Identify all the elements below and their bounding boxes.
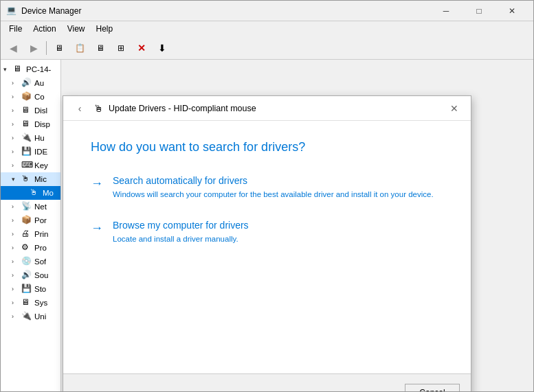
device-manager-window: 💻 Device Manager ─ □ ✕ File Action View … — [0, 0, 534, 392]
au-expand-icon: › — [12, 80, 21, 87]
menu-help[interactable]: Help — [91, 23, 119, 35]
sof-expand-icon: › — [12, 258, 21, 265]
tree-item-co[interactable]: › 📦 Co — [1, 90, 60, 104]
dialog-close-button[interactable]: ✕ — [446, 100, 463, 117]
sou-expand-icon: › — [12, 272, 21, 279]
menu-view[interactable]: View — [62, 23, 91, 35]
prin-icon: 🖨 — [21, 229, 32, 240]
device-tree-sidebar[interactable]: ▾ 🖥 PC-14- › 🔊 Au › 📦 Co › 🖥 Disl › — [1, 60, 61, 391]
toolbar-forward-button[interactable]: ▶ — [24, 39, 43, 57]
search-auto-content: Search automatically for drivers Windows… — [113, 175, 434, 200]
net-label: Net — [34, 203, 47, 211]
cancel-button[interactable]: Cancel — [405, 384, 460, 392]
disp-expand-icon: › — [12, 121, 21, 128]
pro-expand-icon: › — [12, 244, 21, 251]
tree-item-mo[interactable]: 🖱 Mo — [1, 186, 60, 200]
tree-item-sto[interactable]: › 💾 Sto — [1, 282, 60, 296]
browse-computer-option[interactable]: → Browse my computer for drivers Locate … — [91, 220, 443, 245]
mo-label: Mo — [43, 189, 54, 197]
title-bar-left: 💻 Device Manager — [6, 5, 81, 16]
maximize-button[interactable]: □ — [463, 4, 495, 18]
window-controls: ─ □ ✕ — [430, 4, 528, 18]
audio-icon: 🔊 — [21, 78, 32, 89]
toolbar-back-button[interactable]: ◀ — [3, 39, 23, 57]
tree-item-net[interactable]: › 📡 Net — [1, 200, 60, 214]
uni-label: Uni — [34, 312, 46, 321]
tree-item-ide[interactable]: › 💾 IDE — [1, 145, 60, 159]
co-label: Co — [34, 93, 45, 101]
toolbar-install-button[interactable]: ⬇ — [153, 39, 172, 57]
tree-item-disl[interactable]: › 🖥 Disl — [1, 104, 60, 117]
sof-label: Sof — [34, 257, 46, 266]
dialog-title-icon: 🖱 — [93, 103, 103, 114]
ide-label: IDE — [34, 148, 47, 156]
tree-item-prin[interactable]: › 🖨 Prin — [1, 227, 60, 241]
uni-icon: 🔌 — [21, 311, 32, 322]
por-label: Por — [34, 216, 47, 224]
tree-item-mic[interactable]: ▾ 🖱 Mic — [1, 172, 60, 186]
prin-expand-icon: › — [12, 231, 21, 238]
disl-expand-icon: › — [12, 107, 21, 114]
pro-icon: ⚙ — [21, 242, 32, 253]
browse-arrow-icon: → — [91, 221, 103, 235]
por-icon: 📦 — [21, 215, 32, 226]
prin-label: Prin — [34, 230, 48, 238]
sys-label: Sys — [34, 299, 47, 307]
search-automatically-option[interactable]: → Search automatically for drivers Windo… — [91, 175, 443, 200]
sou-label: Sou — [34, 271, 48, 279]
hu-icon: 🔌 — [21, 132, 32, 143]
title-bar: 💻 Device Manager ─ □ ✕ — [1, 1, 533, 21]
tree-item-disp[interactable]: › 🖥 Disp — [1, 117, 60, 131]
dialog-body: How do you want to search for drivers? →… — [63, 121, 471, 373]
main-content: ▾ 🖥 PC-14- › 🔊 Au › 📦 Co › 🖥 Disl › — [1, 60, 533, 391]
toolbar-add-legacy-button[interactable]: ⊞ — [111, 39, 131, 57]
tree-root[interactable]: ▾ 🖥 PC-14- — [1, 62, 60, 76]
pro-label: Pro — [34, 244, 47, 252]
toolbar-scan-button[interactable]: 🖥 — [91, 39, 110, 57]
sto-icon: 💾 — [21, 284, 32, 295]
disp-label: Disp — [34, 120, 50, 128]
browse-content: Browse my computer for drivers Locate an… — [113, 220, 249, 245]
net-expand-icon: › — [12, 203, 21, 210]
tree-item-key[interactable]: › ⌨ Key — [1, 159, 60, 172]
close-window-button[interactable]: ✕ — [496, 4, 528, 18]
computer-icon: 🖥 — [13, 64, 24, 75]
sto-expand-icon: › — [12, 286, 21, 292]
mic-icon: 🖱 — [21, 174, 32, 185]
sof-icon: 💿 — [21, 256, 32, 267]
toolbar-update-driver-button[interactable]: 📋 — [70, 39, 89, 57]
dialog-footer: Cancel — [63, 373, 471, 391]
update-drivers-dialog: ‹ 🖱 Update Drivers - HID-compliant mouse… — [63, 95, 471, 391]
dialog-heading: How do you want to search for drivers? — [91, 140, 443, 154]
sto-label: Sto — [34, 285, 46, 293]
minimize-button[interactable]: ─ — [430, 4, 462, 18]
toolbar-properties-button[interactable]: 🖥 — [49, 39, 69, 57]
por-expand-icon: › — [12, 217, 21, 224]
tree-item-sou[interactable]: › 🔊 Sou — [1, 268, 60, 282]
menu-file[interactable]: File — [3, 23, 27, 35]
root-label: PC-14- — [26, 65, 51, 73]
dialog-title-text: Update Drivers - HID-compliant mouse — [109, 104, 256, 113]
ide-expand-icon: › — [12, 148, 21, 155]
app-icon: 💻 — [6, 5, 17, 16]
tree-item-au[interactable]: › 🔊 Au — [1, 76, 60, 90]
tree-item-sof[interactable]: › 💿 Sof — [1, 255, 60, 268]
window-title: Device Manager — [21, 6, 81, 16]
sys-expand-icon: › — [12, 299, 21, 306]
hu-expand-icon: › — [12, 135, 21, 141]
mic-expand-icon: ▾ — [12, 176, 21, 183]
sys-icon: 🖥 — [21, 297, 32, 308]
dialog-back-button[interactable]: ‹ — [71, 100, 88, 117]
tree-item-uni[interactable]: › 🔌 Uni — [1, 310, 60, 323]
au-label: Au — [34, 79, 44, 87]
root-expand-icon: ▾ — [3, 66, 13, 73]
toolbar-uninstall-button[interactable]: ✕ — [132, 39, 151, 57]
tree-item-sys[interactable]: › 🖥 Sys — [1, 296, 60, 310]
sou-icon: 🔊 — [21, 270, 32, 281]
tree-item-hu[interactable]: › 🔌 Hu — [1, 131, 60, 145]
dialog-title-left: ‹ 🖱 Update Drivers - HID-compliant mouse — [71, 100, 256, 117]
menu-action[interactable]: Action — [27, 23, 61, 35]
tree-item-pro[interactable]: › ⚙ Pro — [1, 241, 60, 255]
browse-desc: Locate and install a driver manually. — [113, 233, 249, 245]
tree-item-por[interactable]: › 📦 Por — [1, 214, 60, 227]
